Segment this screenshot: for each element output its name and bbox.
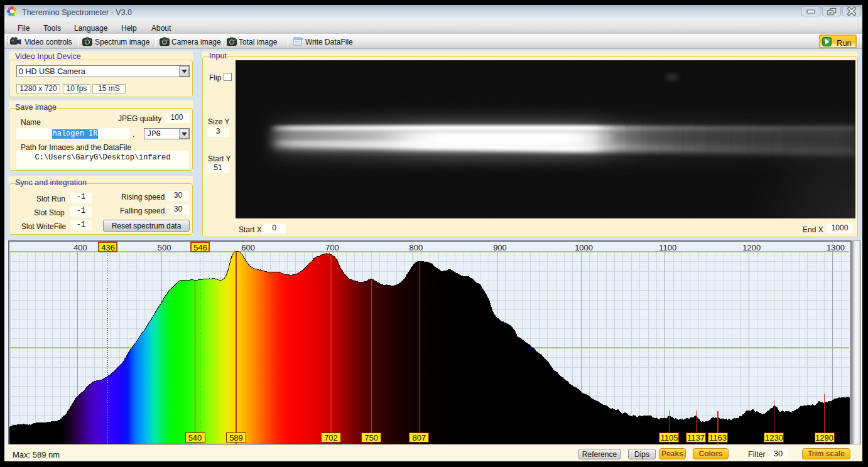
svg-text:750: 750 [364,433,378,443]
svg-text:1230: 1230 [765,433,783,443]
svg-text:589: 589 [229,433,243,443]
svg-text:1290: 1290 [815,433,833,443]
svg-text:800: 800 [410,243,423,252]
svg-text:600: 600 [241,243,255,252]
svg-text:700: 700 [325,243,339,252]
svg-text:1137: 1137 [687,433,705,443]
svg-text:500: 500 [158,243,171,252]
svg-text:807: 807 [412,433,426,443]
svg-text:702: 702 [324,433,338,443]
svg-text:1000: 1000 [575,243,593,252]
svg-text:546: 546 [193,243,207,252]
svg-text:1105: 1105 [660,433,678,443]
svg-text:1200: 1200 [742,243,761,252]
svg-text:540: 540 [188,433,202,443]
svg-text:1100: 1100 [659,243,676,252]
svg-text:1300: 1300 [827,243,845,252]
svg-text:1163: 1163 [709,433,727,443]
svg-text:400: 400 [73,243,87,252]
svg-text:436: 436 [101,243,115,252]
svg-text:900: 900 [493,243,507,252]
